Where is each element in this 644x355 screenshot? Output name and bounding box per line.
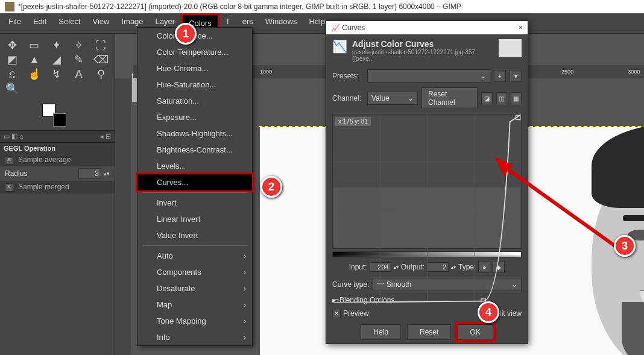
ok-button[interactable]: OK: [457, 324, 493, 340]
clone-icon[interactable]: ⎌: [2, 68, 22, 81]
curves-window-title: Curves: [342, 24, 365, 32]
add-preset-button[interactable]: +: [494, 70, 506, 82]
dialog-titlebar[interactable]: 📈 Curves ×: [326, 21, 528, 34]
preview-checkbox[interactable]: [332, 309, 343, 318]
window-titlebar: *[pexels-justin-shaifer-501272-1222271] …: [0, 0, 644, 13]
menu-linear-invert[interactable]: Linear Invert: [137, 211, 252, 227]
curves-header-icon: 📉: [332, 39, 347, 54]
dialog-heading: Adjust Color Curves: [352, 39, 494, 49]
annotation-arrow: [494, 157, 627, 253]
menu-hue-saturation[interactable]: Hue-Saturation...: [137, 77, 252, 93]
warp-icon[interactable]: ▲: [25, 53, 44, 66]
menu-hue-chroma[interactable]: Hue-Chroma...: [137, 60, 252, 77]
dialog-subtitle: pexels-justin-shaifer-501272-1222271.jpg…: [352, 49, 494, 62]
ruler-vertical: [115, 78, 131, 355]
eraser-icon[interactable]: ⌫: [91, 53, 110, 66]
rect-select-icon[interactable]: ▭: [25, 39, 44, 52]
menu-edit[interactable]: Edit: [27, 13, 52, 33]
radius-input[interactable]: 3: [78, 168, 101, 179]
preview-label: Preview: [343, 309, 369, 318]
callout-3: 3: [614, 235, 636, 257]
menu-desaturate[interactable]: Desaturate: [137, 280, 252, 297]
toolbox: ✥ ▭ ✦ ✧ ⛶ ◩ ▲ ◢ ✎ ⌫ ⎌ ☝ ↯ A ⚲ 🔍: [0, 34, 115, 100]
channel-select[interactable]: Value⌄: [367, 92, 418, 105]
menu-value-invert[interactable]: Value Invert: [137, 227, 252, 243]
brush-icon[interactable]: ✎: [69, 53, 88, 66]
close-icon[interactable]: ×: [519, 24, 523, 32]
colors-dropdown: Color Balance... Color Temperature... Hu…: [137, 27, 253, 346]
menu-view[interactable]: View: [87, 13, 116, 33]
menu-saturation[interactable]: Saturation...: [137, 93, 252, 109]
chevron-down-icon: ⌄: [408, 94, 414, 102]
curve-line[interactable]: [333, 115, 521, 303]
dialog-thumbnail: [499, 39, 522, 57]
menu-info[interactable]: Info: [137, 329, 252, 345]
reset-channel-button[interactable]: Reset Channel: [421, 87, 478, 109]
dock-tabs[interactable]: ▭ ◧ ⌂ ◂ ⊟: [0, 130, 115, 143]
menu-map[interactable]: Map: [137, 297, 252, 313]
crop-tool-icon[interactable]: ⛶: [91, 39, 110, 52]
presets-select[interactable]: ⌄: [367, 69, 490, 83]
zoom-icon[interactable]: 🔍: [2, 82, 22, 95]
menu-bar[interactable]: File Edit Select View Image Layer Colors…: [0, 13, 644, 34]
picker-icon[interactable]: ⚲: [91, 68, 110, 81]
presets-label: Presets:: [332, 72, 364, 80]
menu-windows[interactable]: Windows: [259, 13, 303, 33]
menu-auto[interactable]: Auto: [137, 248, 252, 264]
menu-exposure[interactable]: Exposure...: [137, 109, 252, 125]
free-select-icon[interactable]: ✦: [47, 39, 66, 52]
fuzzy-select-icon[interactable]: ✧: [69, 39, 88, 52]
menu-curves[interactable]: Curves...: [137, 174, 252, 190]
menu-brightness-contrast[interactable]: Brightness-Contrast...: [137, 142, 252, 158]
gimp-icon: [5, 2, 14, 11]
help-button[interactable]: Help: [361, 324, 401, 340]
callout-2: 2: [260, 176, 282, 198]
sample-merged-checkbox[interactable]: [5, 183, 16, 192]
menu-shadows-highlights[interactable]: Shadows-Highlights...: [137, 125, 252, 142]
svg-line-9: [505, 168, 615, 246]
menu-tone-mapping[interactable]: Tone Mapping: [137, 313, 252, 329]
sample-merged-label: Sample merged: [18, 183, 69, 191]
menu-file[interactable]: File: [2, 13, 27, 33]
menu-select[interactable]: Select: [52, 13, 86, 33]
menu-levels[interactable]: Levels...: [137, 158, 252, 174]
menu-color-temperature[interactable]: Color Temperature...: [137, 44, 252, 60]
radius-spinner-icon[interactable]: ▴▾: [104, 171, 110, 177]
sample-average-label: Sample average: [18, 156, 71, 164]
transform-icon[interactable]: ◩: [2, 53, 22, 66]
chevron-down-icon: ⌄: [480, 72, 486, 80]
channel-label: Channel:: [332, 94, 364, 102]
preset-menu-button[interactable]: ▾: [510, 70, 522, 82]
fg-bg-swatch[interactable]: [42, 104, 66, 127]
reset-button[interactable]: Reset: [407, 324, 451, 340]
linear-histogram-icon[interactable]: ◪: [481, 92, 492, 104]
menu-components[interactable]: Components: [137, 264, 252, 280]
left-panel: ✥ ▭ ✦ ✧ ⛶ ◩ ▲ ◢ ✎ ⌫ ⎌ ☝ ↯ A ⚲ 🔍 ▭ ◧ ⌂ ◂ …: [0, 34, 115, 355]
window-title: *[pexels-justin-shaifer-501272-1222271] …: [18, 2, 461, 11]
gegl-title: GEGL Operation: [0, 143, 115, 154]
smudge-icon[interactable]: ☝: [25, 68, 44, 81]
path-icon[interactable]: ↯: [47, 68, 66, 81]
curve-graph[interactable]: x:175 y: 81: [332, 114, 522, 249]
menu-invert[interactable]: Invert: [137, 195, 252, 211]
histogram-icon[interactable]: ▦: [511, 92, 522, 104]
curves-titlebar-icon: 📈: [331, 24, 340, 32]
bucket-icon[interactable]: ◢: [47, 53, 66, 66]
callout-1: 1: [175, 23, 197, 45]
radius-label: Radius: [5, 169, 76, 178]
log-histogram-icon[interactable]: ◫: [496, 92, 507, 104]
sample-average-checkbox[interactable]: [5, 156, 16, 165]
callout-4: 4: [478, 301, 499, 323]
text-icon[interactable]: A: [69, 68, 88, 81]
svg-marker-10: [494, 157, 513, 176]
move-tool-icon[interactable]: ✥: [2, 39, 22, 52]
